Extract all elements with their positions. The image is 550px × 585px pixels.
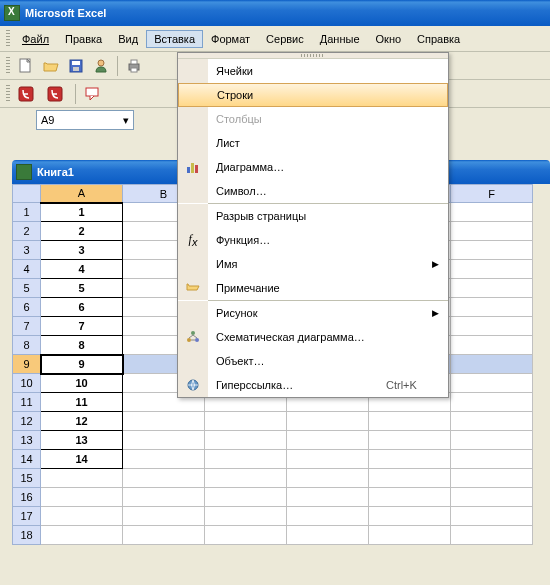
cell-D12[interactable] (287, 412, 369, 431)
menu-item-symbol[interactable]: Символ… (178, 179, 448, 203)
cell-E17[interactable] (369, 507, 451, 526)
cell-B16[interactable] (123, 488, 205, 507)
cell-C14[interactable] (205, 450, 287, 469)
cell-A15[interactable] (41, 469, 123, 488)
cell-C12[interactable] (205, 412, 287, 431)
cell-A3[interactable]: 3 (41, 241, 123, 260)
toolbar-grip[interactable] (6, 57, 10, 75)
cell-F1[interactable] (451, 203, 533, 222)
cell-D16[interactable] (287, 488, 369, 507)
cell-A6[interactable]: 6 (41, 298, 123, 317)
cell-A12[interactable]: 12 (41, 412, 123, 431)
cell-E16[interactable] (369, 488, 451, 507)
cell-A7[interactable]: 7 (41, 317, 123, 336)
cell-A9[interactable]: 9 (41, 355, 123, 374)
cell-D17[interactable] (287, 507, 369, 526)
column-header-F[interactable]: F (451, 185, 533, 203)
menu-item-page-break[interactable]: Разрыв страницы (178, 204, 448, 228)
new-button[interactable] (15, 55, 37, 77)
cell-F13[interactable] (451, 431, 533, 450)
cell-A1[interactable]: 1 (41, 203, 123, 222)
cell-E18[interactable] (369, 526, 451, 545)
cell-A5[interactable]: 5 (41, 279, 123, 298)
cell-F4[interactable] (451, 260, 533, 279)
cell-A11[interactable]: 11 (41, 393, 123, 412)
cell-A14[interactable]: 14 (41, 450, 123, 469)
cell-F14[interactable] (451, 450, 533, 469)
cell-C18[interactable] (205, 526, 287, 545)
cell-E12[interactable] (369, 412, 451, 431)
cell-F3[interactable] (451, 241, 533, 260)
menu-file[interactable]: Файл (14, 30, 57, 48)
name-box-dropdown-icon[interactable]: ▾ (123, 114, 129, 127)
cell-F18[interactable] (451, 526, 533, 545)
menu-insert[interactable]: Вставка (146, 30, 203, 48)
row-header-18[interactable]: 18 (13, 526, 41, 545)
row-header-7[interactable]: 7 (13, 317, 41, 336)
cell-B14[interactable] (123, 450, 205, 469)
cell-F9[interactable] (451, 355, 533, 374)
row-header-2[interactable]: 2 (13, 222, 41, 241)
row-header-12[interactable]: 12 (13, 412, 41, 431)
cell-B12[interactable] (123, 412, 205, 431)
row-header-15[interactable]: 15 (13, 469, 41, 488)
cell-F2[interactable] (451, 222, 533, 241)
cell-A13[interactable]: 13 (41, 431, 123, 450)
pdf-button-2[interactable] (44, 83, 70, 105)
print-button[interactable] (123, 55, 145, 77)
cell-D14[interactable] (287, 450, 369, 469)
cell-F7[interactable] (451, 317, 533, 336)
menu-item-picture[interactable]: Рисунок ▶ (178, 301, 448, 325)
menu-format[interactable]: Формат (203, 30, 258, 48)
cell-A8[interactable]: 8 (41, 336, 123, 355)
cell-F15[interactable] (451, 469, 533, 488)
row-header-14[interactable]: 14 (13, 450, 41, 469)
menu-item-comment[interactable]: Примечание (178, 276, 448, 300)
cell-E13[interactable] (369, 431, 451, 450)
cell-F11[interactable] (451, 393, 533, 412)
row-header-10[interactable]: 10 (13, 374, 41, 393)
cell-C15[interactable] (205, 469, 287, 488)
row-header-1[interactable]: 1 (13, 203, 41, 222)
cell-D13[interactable] (287, 431, 369, 450)
pdf-button-1[interactable] (15, 83, 41, 105)
menu-item-hyperlink[interactable]: Гиперссылка… Ctrl+K (178, 373, 448, 397)
row-header-17[interactable]: 17 (13, 507, 41, 526)
cell-F12[interactable] (451, 412, 533, 431)
select-all-corner[interactable] (13, 185, 41, 203)
cell-E15[interactable] (369, 469, 451, 488)
row-header-11[interactable]: 11 (13, 393, 41, 412)
row-header-13[interactable]: 13 (13, 431, 41, 450)
menu-tools[interactable]: Сервис (258, 30, 312, 48)
row-header-5[interactable]: 5 (13, 279, 41, 298)
cell-F6[interactable] (451, 298, 533, 317)
cell-A10[interactable]: 10 (41, 374, 123, 393)
menu-item-sheet[interactable]: Лист (178, 131, 448, 155)
cell-A17[interactable] (41, 507, 123, 526)
cell-D18[interactable] (287, 526, 369, 545)
cell-B18[interactable] (123, 526, 205, 545)
menu-item-rows[interactable]: Строки (178, 83, 448, 107)
cell-F17[interactable] (451, 507, 533, 526)
cell-B15[interactable] (123, 469, 205, 488)
menu-item-name[interactable]: Имя ▶ (178, 252, 448, 276)
cell-B17[interactable] (123, 507, 205, 526)
menu-item-diagram[interactable]: Схематическая диаграмма… (178, 325, 448, 349)
cell-E14[interactable] (369, 450, 451, 469)
menu-item-chart[interactable]: Диаграмма… (178, 155, 448, 179)
open-button[interactable] (40, 55, 62, 77)
cell-F16[interactable] (451, 488, 533, 507)
menu-item-function[interactable]: fx Функция… (178, 228, 448, 252)
row-header-16[interactable]: 16 (13, 488, 41, 507)
cell-A16[interactable] (41, 488, 123, 507)
permission-button[interactable] (90, 55, 112, 77)
toolbar-grip[interactable] (6, 30, 10, 48)
cell-C17[interactable] (205, 507, 287, 526)
row-header-3[interactable]: 3 (13, 241, 41, 260)
cell-A18[interactable] (41, 526, 123, 545)
cell-B13[interactable] (123, 431, 205, 450)
cell-C13[interactable] (205, 431, 287, 450)
column-header-A[interactable]: A (41, 185, 123, 203)
menu-window[interactable]: Окно (368, 30, 410, 48)
row-header-9[interactable]: 9 (13, 355, 41, 374)
